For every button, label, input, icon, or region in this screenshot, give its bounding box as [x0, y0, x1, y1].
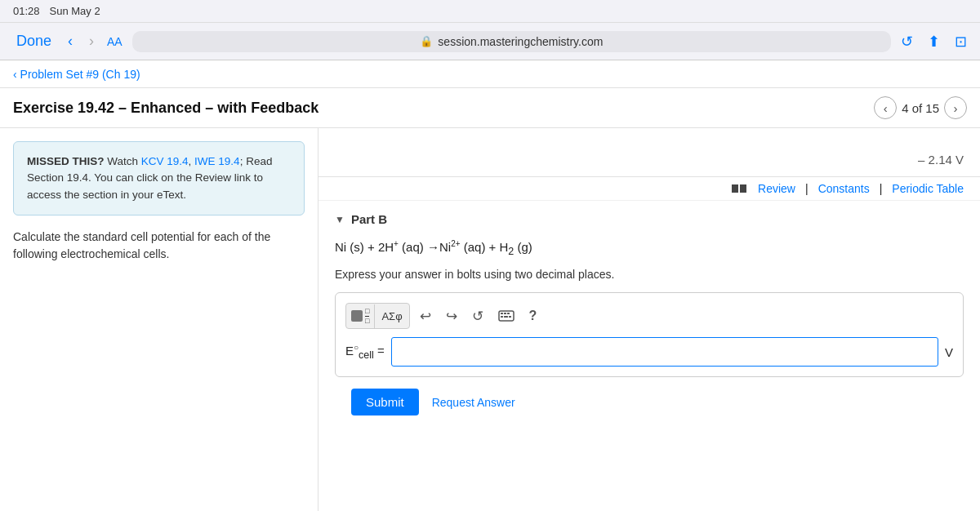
prev-answer-value: – 2.14 V	[918, 153, 964, 167]
missed-title: MISSED THIS?	[27, 155, 105, 167]
done-button[interactable]: Done	[13, 31, 55, 51]
next-question-button[interactable]: ›	[944, 96, 967, 119]
fraction-icon-part: □ □	[346, 304, 375, 328]
url-bar: 🔒 session.masteringchemistry.com	[132, 31, 891, 52]
svg-rect-3	[507, 313, 510, 314]
svg-rect-5	[504, 316, 508, 318]
answer-input-box: □ □ ΑΣφ ↩ ↪ ↺	[335, 292, 964, 377]
svg-rect-6	[509, 316, 511, 318]
review-book-icon	[732, 184, 746, 193]
submit-button[interactable]: Submit	[351, 389, 419, 415]
ecell-label: E○cell =	[345, 343, 385, 361]
separator1: |	[805, 182, 808, 195]
missed-box: MISSED THIS? Watch KCV 19.4, IWE 19.4; R…	[13, 141, 305, 216]
text-size-button[interactable]: AA	[107, 35, 122, 48]
redo-button[interactable]: ↪	[441, 304, 462, 328]
ecell-row: E○cell = V	[345, 337, 953, 367]
help-button[interactable]: ?	[524, 305, 542, 327]
svg-rect-1	[501, 313, 503, 314]
instruction-text: Express your answer in bolts using two d…	[335, 268, 964, 281]
part-b-label: Part B	[351, 212, 387, 226]
comma1: ,	[189, 155, 195, 167]
exercise-title: Exercise 19.42 – Enhanced – with Feedbac…	[13, 100, 318, 117]
prev-answer-area: – 2.14 V	[318, 128, 980, 177]
chem-equation: Ni (s) + 2H+ (aq) →Ni2+ (aq) + H2 (g)	[335, 238, 964, 260]
share-icon[interactable]: ⬆	[928, 33, 940, 51]
reset-button[interactable]: ↺	[467, 304, 488, 328]
page-content: ‹ Problem Set #9 (Ch 19) Exercise 19.42 …	[0, 60, 980, 511]
ecell-unit: V	[945, 345, 953, 359]
two-col-layout: MISSED THIS? Watch KCV 19.4, IWE 19.4; R…	[0, 128, 980, 511]
ecell-input[interactable]	[391, 337, 938, 367]
reload-icon[interactable]: ↺	[901, 33, 913, 51]
breadcrumb-bar: ‹ Problem Set #9 (Ch 19)	[0, 60, 980, 88]
iwe-link[interactable]: IWE 19.4	[194, 155, 240, 167]
answer-toolbar: □ □ ΑΣφ ↩ ↪ ↺	[345, 303, 953, 329]
request-answer-link[interactable]: Request Answer	[432, 396, 515, 409]
submit-row: Submit Request Answer	[335, 389, 964, 429]
keyboard-button[interactable]	[493, 307, 519, 325]
exercise-header: Exercise 19.42 – Enhanced – with Feedbac…	[0, 88, 980, 128]
tabs-icon[interactable]: ⊡	[955, 33, 967, 51]
browser-actions: ↺ ⬆ ⊡	[901, 33, 967, 51]
lock-icon: 🔒	[420, 35, 433, 47]
back-button[interactable]: ‹	[65, 31, 76, 51]
question-counter: 4 of 15	[902, 101, 939, 115]
calc-text: Calculate the standard cell potential fo…	[13, 229, 305, 263]
review-link[interactable]: Review	[758, 182, 795, 195]
undo-button[interactable]: ↩	[415, 304, 436, 328]
periodic-table-link[interactable]: Periodic Table	[892, 182, 964, 195]
svg-rect-2	[504, 313, 506, 314]
review-bar: Review | Constants | Periodic Table	[318, 177, 980, 201]
separator2: |	[880, 182, 883, 195]
prev-question-button[interactable]: ‹	[874, 96, 897, 119]
nav-counter: ‹ 4 of 15 ›	[874, 96, 967, 119]
status-time: 01:28	[13, 5, 40, 17]
breadcrumb-link[interactable]: ‹ Problem Set #9 (Ch 19)	[13, 68, 140, 81]
watch-label: Watch	[107, 155, 141, 167]
left-panel: MISSED THIS? Watch KCV 19.4, IWE 19.4; R…	[0, 128, 318, 511]
part-b-header: ▼ Part B	[335, 212, 964, 226]
status-day: Sun May 2	[50, 5, 100, 17]
right-panel: – 2.14 V Review | Constants | Periodic T…	[318, 128, 980, 511]
url-text: session.masteringchemistry.com	[438, 35, 603, 48]
kcv-link[interactable]: KCV 19.4	[141, 155, 189, 167]
svg-rect-4	[501, 316, 503, 318]
part-b-toggle[interactable]: ▼	[335, 214, 345, 225]
frac-display: □ □	[365, 308, 369, 325]
browser-chrome: Done ‹ › AA 🔒 session.masteringchemistry…	[0, 23, 980, 60]
forward-button[interactable]: ›	[86, 31, 97, 51]
constants-link[interactable]: Constants	[818, 182, 870, 195]
fraction-box-icon	[351, 310, 363, 322]
fraction-symbol-button[interactable]: □ □ ΑΣφ	[345, 303, 410, 329]
symbol-palette-label: ΑΣφ	[375, 307, 408, 326]
part-b-section: ▼ Part B Ni (s) + 2H+ (aq) →Ni2+ (aq) + …	[318, 201, 980, 440]
status-bar: 01:28 Sun May 2	[0, 0, 980, 23]
